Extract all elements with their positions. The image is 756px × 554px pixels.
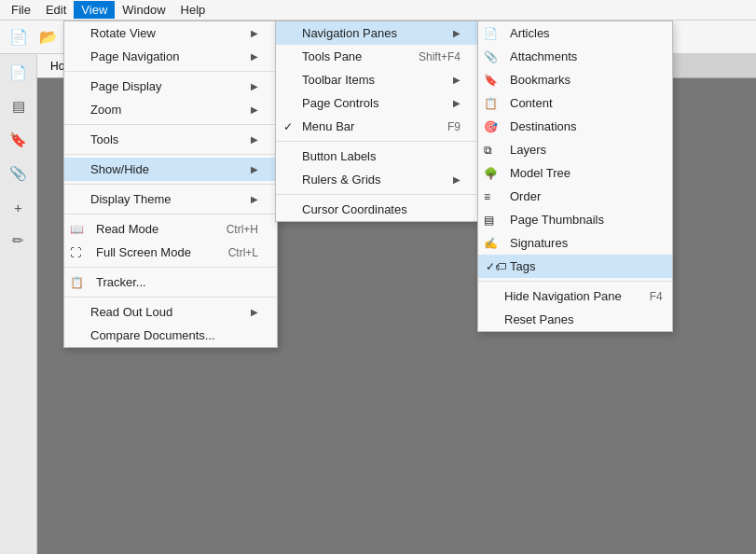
layers-icon: ⧉ [484,144,492,157]
menu-item-show-hide[interactable]: Show/Hide ▶ [64,158,277,181]
sep [64,184,277,185]
menu-item-rotate-view[interactable]: Rotate View ▶ [64,21,277,45]
menu-item-button-labels[interactable]: Button Labels [276,145,479,168]
menu-item-page-display[interactable]: Page Display ▶ [64,75,277,98]
menu-item-cursor-coords[interactable]: Cursor Coordinates [276,198,479,221]
sidebar-btn-attach[interactable]: 📎 [4,159,34,188]
tracker-icon: 📋 [70,276,84,289]
arrow-icon: ▶ [453,174,460,185]
tags-check-icon: ✓ [486,260,495,273]
menu-item-read-mode[interactable]: 📖 Read Mode Ctrl+H [64,217,277,241]
menu-item-rulers-grids[interactable]: Rulers & Grids ▶ [276,168,479,191]
arrow-icon: ▶ [251,81,258,91]
sep [276,141,479,142]
menu-item-tools[interactable]: Tools ▶ [64,128,277,151]
arrow-icon: ▶ [251,307,258,317]
menu-item-menu-bar[interactable]: ✓ Menu Bar F9 [276,115,479,138]
menu-item-model-tree[interactable]: 🌳 Model Tree [478,161,672,185]
menu-item-toolbar-items[interactable]: Toolbar Items ▶ [276,68,479,91]
navpanes-menu-dropdown: 📄 Articles 📎 Attachments 🔖 Bookmarks 📋 C… [477,21,673,332]
menu-file[interactable]: File [4,1,38,19]
menubar: File Edit View Window Help [0,0,756,21]
menu-item-read-out-loud[interactable]: Read Out Loud ▶ [64,300,277,324]
model-tree-icon: 🌳 [484,167,498,180]
left-sidebar: 📄 ▤ 🔖 📎 + ✏ [0,54,37,554]
arrow-icon: ▶ [251,164,258,174]
showhide-menu-dropdown: Navigation Panes ▶ Tools Pane Shift+F4 T… [275,21,480,222]
check-icon: ✓ [283,120,293,133]
menu-item-layers[interactable]: ⧉ Layers [478,138,672,161]
sep [64,214,277,215]
view-menu-dropdown: Rotate View ▶ Page Navigation ▶ Page Dis… [63,21,278,348]
sep [64,297,277,298]
menu-item-tracker[interactable]: 📋 Tracker... [64,270,277,294]
menu-window[interactable]: Window [115,1,172,19]
menu-item-articles[interactable]: 📄 Articles [478,21,672,45]
menu-edit[interactable]: Edit [38,1,74,19]
menu-item-destinations[interactable]: 🎯 Destinations [478,115,672,138]
sep [64,154,277,155]
menu-item-bookmarks[interactable]: 🔖 Bookmarks [478,68,672,91]
menu-item-attachments[interactable]: 📎 Attachments [478,45,672,68]
open-doc-icon[interactable]: 📂 [35,24,62,50]
content-icon: 📋 [484,97,498,110]
full-screen-icon: ⛶ [70,246,81,259]
menu-item-navigation-panes[interactable]: Navigation Panes ▶ [276,21,479,45]
sidebar-btn-pen[interactable]: ✏ [4,226,34,256]
menu-item-page-controls[interactable]: Page Controls ▶ [276,91,479,115]
menu-help[interactable]: Help [173,1,213,19]
menu-item-tags[interactable]: ✓ 🏷 Tags [478,255,672,278]
new-doc-icon[interactable]: 📄 [6,24,32,50]
sep [478,281,672,282]
arrow-icon: ▶ [453,98,460,108]
menu-item-hide-nav-pane[interactable]: Hide Navigation Pane F4 [478,284,672,308]
attachments-icon: 📎 [484,50,498,63]
sep [64,124,277,125]
menu-item-page-thumbnails[interactable]: ▤ Page Thumbnails [478,208,672,231]
arrow-icon: ▶ [251,51,258,62]
menu-item-tools-pane[interactable]: Tools Pane Shift+F4 [276,45,479,68]
arrow-icon: ▶ [251,28,258,38]
articles-icon: 📄 [484,27,498,40]
menu-item-display-theme[interactable]: Display Theme ▶ [64,187,277,211]
sidebar-btn-bookmarks[interactable]: 🔖 [4,125,34,155]
order-icon: ≡ [484,190,490,203]
arrow-icon: ▶ [251,134,258,145]
menu-item-zoom[interactable]: Zoom ▶ [64,98,277,121]
menu-item-signatures[interactable]: ✍ Signatures [478,231,672,255]
sidebar-btn-pages[interactable]: ▤ [4,91,34,121]
arrow-icon: ▶ [453,75,460,85]
read-mode-icon: 📖 [70,223,84,236]
sep [64,267,277,268]
menu-item-order[interactable]: ≡ Order [478,185,672,208]
tags-icon: 🏷 [495,260,506,273]
arrow-icon: ▶ [251,104,258,115]
sidebar-btn-add[interactable]: + [4,192,34,222]
menu-item-compare-docs[interactable]: Compare Documents... [64,324,277,347]
arrow-icon: ▶ [251,194,258,204]
menu-item-content[interactable]: 📋 Content [478,91,672,115]
signatures-icon: ✍ [484,237,498,250]
menu-view[interactable]: View [74,1,115,19]
menu-item-reset-panes[interactable]: Reset Panes [478,308,672,331]
menu-item-page-navigation[interactable]: Page Navigation ▶ [64,45,277,68]
destinations-icon: 🎯 [484,120,498,133]
page-thumbnails-icon: ▤ [484,214,494,227]
sep [64,71,277,72]
sidebar-btn-doc[interactable]: 📄 [4,58,34,88]
menu-item-full-screen[interactable]: ⛶ Full Screen Mode Ctrl+L [64,241,277,264]
sep [276,194,479,195]
arrow-icon: ▶ [453,28,460,38]
bookmarks-icon: 🔖 [484,74,498,87]
